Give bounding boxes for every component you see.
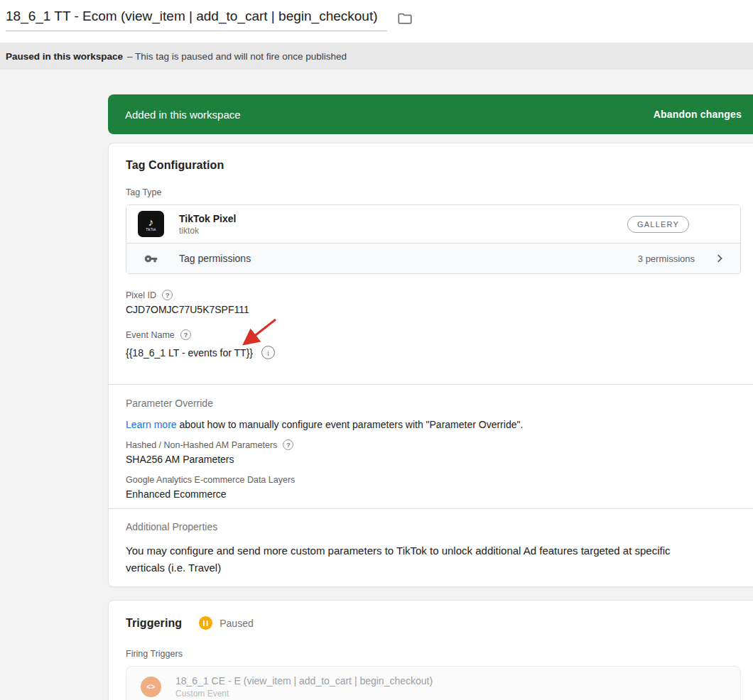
firing-triggers-label: Firing Triggers [109,649,753,659]
tag-permissions-label: Tag permissions [179,253,638,264]
trigger-type: Custom Event [175,689,433,699]
section-divider [109,508,753,509]
chevron-right-icon [713,252,726,265]
pixel-id-value: CJD7OMJC77U5K7SPF111 [109,304,753,315]
tag-configuration-card: Tag Configuration Tag Type ♪ TikTok TikT… [108,143,753,587]
paused-status-label: Paused [220,618,253,629]
key-icon [138,252,164,266]
help-icon[interactable] [283,439,293,450]
triggering-header: Triggering Paused [109,616,753,630]
help-icon[interactable] [162,290,173,300]
workspace-content: Added in this workspace Abandon changes … [0,70,753,700]
tag-type-label: Tag Type [109,187,753,197]
section-divider [109,384,753,385]
tiktok-icon: ♪ TikTok [138,211,164,237]
event-name-label: Event Name [126,330,175,340]
tag-type-box: ♪ TikTok TikTok Pixel tiktok GALLERY Tag… [126,204,741,274]
custom-event-code-icon [141,677,161,697]
event-name-value-row: {{18_6_1 LT - events for TT}} [109,346,753,359]
pixel-id-label-row: Pixel ID [109,290,753,300]
abandon-changes-button[interactable]: Abandon changes [654,109,742,120]
pause-status-icon [199,616,212,630]
ga-datalayers-value: Enhanced Ecommerce [109,488,753,500]
tag-header: 18_6_1 TT - Ecom (view_item | add_to_car… [0,0,753,43]
learn-more-rest: about how to manually configure event pa… [177,419,524,430]
learn-more-link[interactable]: Learn more [126,419,177,430]
additional-properties-description: You may configure and send more custom p… [109,542,711,586]
paused-warning-text: – This tag is paused and will not fire o… [127,51,347,62]
event-name-label-row: Event Name [109,329,753,340]
triggering-title: Triggering [126,617,182,630]
added-in-workspace-banner: Added in this workspace Abandon changes [108,94,753,134]
hashed-params-label: Hashed / Non-Hashed AM Parameters [126,440,277,450]
workspace-banner-label: Added in this workspace [125,109,241,121]
trigger-text-col: 18_6_1 CE - E (view_item | add_to_cart |… [175,675,433,699]
firing-trigger-row[interactable]: 18_6_1 CE - E (view_item | add_to_cart |… [126,666,741,700]
permissions-count: 3 permissions [638,253,695,264]
triggering-card: Triggering Paused Firing Triggers 18_6_1… [108,600,753,700]
tag-type-row[interactable]: ♪ TikTok TikTok Pixel tiktok GALLERY [126,205,740,243]
parameter-override-title: Parameter Override [109,398,753,409]
hashed-params-value: SHA256 AM Parameters [109,454,753,465]
trigger-name: 18_6_1 CE - E (view_item | add_to_cart |… [175,675,433,687]
tag-permissions-row[interactable]: Tag permissions 3 permissions [126,243,740,273]
help-icon[interactable] [180,329,191,340]
tag-type-vendor: tiktok [179,226,627,236]
gallery-button[interactable]: GALLERY [627,216,689,233]
hashed-params-label-row: Hashed / Non-Hashed AM Parameters [109,439,753,450]
tag-configuration-title: Tag Configuration [109,159,753,172]
folder-icon [397,11,413,26]
paused-warning-banner: Paused in this workspace – This tag is p… [0,43,753,70]
tag-type-name: TikTok Pixel [179,213,627,224]
event-name-value: {{18_6_1 LT - events for TT}} [126,347,253,359]
info-icon[interactable] [261,346,275,359]
paused-warning-title: Paused in this workspace [6,51,123,62]
tag-type-name-col: TikTok Pixel tiktok [179,213,627,236]
tag-name-field[interactable]: 18_6_1 TT - Ecom (view_item | add_to_car… [6,7,387,31]
parameter-override-help-line: Learn more about how to manually configu… [109,419,753,430]
ga-datalayers-label: Google Analytics E-commerce Data Layers [109,475,753,485]
folder-icon[interactable] [396,9,414,30]
pixel-id-label: Pixel ID [126,290,156,300]
additional-properties-title: Additional Properties [109,521,753,532]
